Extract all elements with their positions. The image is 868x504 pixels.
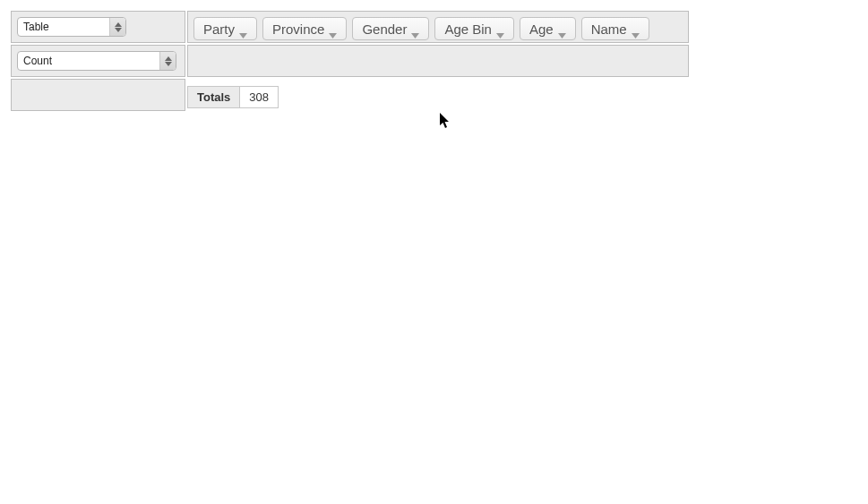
rows-drop-area[interactable]	[11, 79, 185, 111]
renderer-area: Table	[11, 11, 185, 43]
pivot-ui: Table Party Province Gender Age Bin Age	[11, 11, 857, 111]
columns-drop-area[interactable]	[187, 45, 689, 77]
renderer-select[interactable]: Table	[17, 17, 126, 37]
chevron-down-icon	[329, 26, 337, 31]
result-area: Totals 308	[187, 79, 689, 108]
attr-pill-province[interactable]: Province	[262, 17, 347, 40]
totals-value: 308	[240, 87, 279, 108]
mouse-cursor-icon	[439, 113, 451, 122]
attr-pill-age-bin[interactable]: Age Bin	[434, 17, 514, 40]
attr-pill-gender[interactable]: Gender	[352, 17, 429, 40]
chevron-down-icon	[411, 26, 419, 31]
updown-icon	[159, 52, 176, 70]
totals-header: Totals	[188, 87, 240, 108]
table-row: Totals 308	[188, 87, 279, 108]
attr-pill-party[interactable]: Party	[193, 17, 257, 40]
aggregator-select[interactable]: Count	[17, 51, 176, 71]
attr-pill-age[interactable]: Age	[520, 17, 576, 40]
aggregator-area: Count	[11, 45, 185, 77]
updown-icon	[109, 18, 125, 36]
unused-attributes-area[interactable]: Party Province Gender Age Bin Age Name	[187, 11, 689, 43]
attr-label: Age	[529, 21, 554, 37]
attr-label: Name	[591, 21, 627, 37]
attr-label: Gender	[362, 21, 407, 37]
attr-pill-name[interactable]: Name	[581, 17, 649, 40]
chevron-down-icon	[558, 26, 566, 31]
attr-label: Province	[272, 21, 324, 37]
pivot-result-table: Totals 308	[187, 86, 279, 108]
chevron-down-icon	[239, 26, 247, 31]
attr-label: Party	[203, 21, 235, 37]
aggregator-select-value: Count	[18, 52, 159, 70]
attr-label: Age Bin	[444, 21, 492, 37]
chevron-down-icon	[496, 26, 504, 31]
renderer-select-value: Table	[18, 18, 109, 36]
chevron-down-icon	[632, 26, 640, 31]
